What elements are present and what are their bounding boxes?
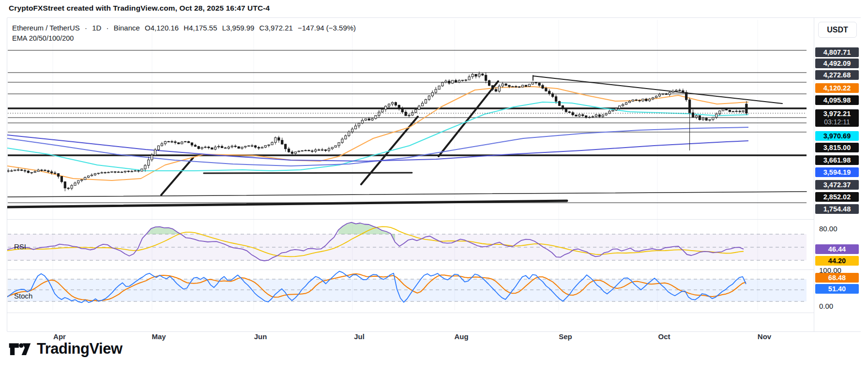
candle-body bbox=[365, 119, 366, 120]
candle-body bbox=[461, 80, 463, 81]
candle-body bbox=[401, 109, 403, 112]
rsi-pane-label[interactable]: RSI bbox=[14, 242, 26, 251]
candle-body bbox=[294, 152, 296, 153]
candle-body bbox=[595, 115, 597, 117]
candle-body bbox=[598, 115, 600, 117]
candle-body bbox=[622, 105, 624, 106]
candle-body bbox=[234, 146, 236, 147]
pane-separator-2[interactable] bbox=[7, 269, 861, 270]
candle-body bbox=[371, 119, 373, 120]
candle-body bbox=[465, 80, 467, 80]
candle-body bbox=[41, 170, 43, 170]
stoch-pane-label[interactable]: Stoch bbox=[14, 292, 32, 300]
main-pane bbox=[7, 50, 807, 207]
candle-body bbox=[702, 118, 704, 120]
candle-body bbox=[91, 175, 92, 176]
price-axis-label: 2,852.02 bbox=[815, 192, 859, 202]
candle-body bbox=[552, 94, 554, 97]
candle-body bbox=[328, 149, 330, 150]
candle-body bbox=[672, 91, 674, 92]
trendline bbox=[161, 158, 193, 195]
symbol-legend[interactable]: Ethereum / TetherUS · 1D · Binance O4,12… bbox=[12, 24, 359, 32]
candle-body bbox=[485, 75, 487, 80]
candle-body bbox=[695, 116, 697, 117]
candle-body bbox=[428, 96, 430, 99]
candle-body bbox=[77, 180, 79, 183]
candle-body bbox=[411, 112, 413, 115]
candle-body bbox=[74, 183, 76, 185]
candle-body bbox=[415, 109, 417, 112]
candle-body bbox=[154, 150, 156, 155]
candle-body bbox=[107, 172, 109, 173]
candle-body bbox=[635, 100, 637, 100]
candle-body bbox=[662, 94, 664, 94]
candle-body bbox=[732, 111, 734, 112]
candle-body bbox=[518, 87, 520, 87]
candle-body bbox=[14, 170, 16, 171]
candle-body bbox=[338, 143, 340, 146]
candle-body bbox=[184, 141, 186, 142]
candle-body bbox=[345, 136, 347, 139]
candle-body bbox=[97, 173, 99, 174]
candle-body bbox=[548, 91, 550, 93]
tradingview-logo-icon bbox=[9, 339, 31, 359]
candle-body bbox=[669, 92, 670, 94]
candle-body bbox=[472, 75, 473, 77]
candle-body bbox=[194, 145, 196, 147]
candle-body bbox=[508, 85, 510, 87]
candle-body bbox=[278, 138, 280, 140]
candle-body bbox=[104, 172, 106, 173]
candle-body bbox=[532, 82, 533, 84]
candle-body bbox=[244, 146, 246, 147]
candle-body bbox=[335, 146, 336, 147]
symbol-name[interactable]: Ethereum / TetherUS bbox=[12, 24, 80, 32]
price-axis[interactable]: USDT 4,807.714,492.094,272.684,120.224,0… bbox=[814, 18, 861, 331]
candle-body bbox=[468, 77, 470, 80]
interval[interactable]: 1D bbox=[92, 24, 101, 32]
candle-body bbox=[121, 172, 123, 172]
pane-separator-1[interactable] bbox=[7, 219, 861, 220]
candle-body bbox=[381, 109, 383, 112]
candle-body bbox=[30, 172, 32, 173]
candle-body bbox=[418, 106, 420, 109]
candle-body bbox=[535, 82, 537, 83]
candle-body bbox=[67, 188, 69, 189]
currency-toggle-button[interactable]: USDT bbox=[818, 22, 857, 38]
candle-body bbox=[44, 170, 46, 171]
chart-widget[interactable]: Ethereum / TetherUS · 1D · Binance O4,12… bbox=[7, 17, 861, 332]
ema-legend[interactable]: EMA 20/50/100/200 bbox=[12, 34, 74, 42]
exchange[interactable]: Binance bbox=[114, 24, 140, 32]
candle-body bbox=[649, 99, 651, 101]
candle-body bbox=[431, 92, 433, 96]
candle-body bbox=[208, 147, 210, 148]
candle-body bbox=[368, 119, 370, 120]
candle-body bbox=[111, 172, 113, 172]
candle-body bbox=[528, 84, 530, 87]
ohlc-low: L3,959.99 bbox=[222, 24, 255, 32]
price-axis-label: 4,272.68 bbox=[815, 70, 859, 80]
candle-body bbox=[144, 165, 146, 169]
candle-body bbox=[408, 115, 410, 116]
candle-body bbox=[568, 112, 570, 113]
candle-body bbox=[181, 142, 183, 144]
candle-body bbox=[305, 150, 306, 151]
tradingview-logo[interactable]: TradingView bbox=[9, 339, 122, 359]
candle-body bbox=[746, 104, 747, 113]
candle-body bbox=[137, 171, 139, 171]
time-axis-month-may: May bbox=[152, 332, 166, 341]
chart-canvas[interactable] bbox=[7, 18, 862, 331]
candle-body bbox=[255, 146, 257, 147]
candle-body bbox=[452, 80, 454, 83]
tradingview-screenshot: CryptoFXStreet created with TradingView.… bbox=[0, 0, 868, 374]
candle-body bbox=[488, 80, 490, 85]
candle-body bbox=[251, 146, 253, 146]
candle-body bbox=[716, 114, 717, 118]
stoch-axis-label: 51.40 bbox=[815, 284, 859, 294]
candle-body bbox=[475, 75, 477, 76]
candle-body bbox=[318, 150, 320, 150]
change: −147.94 (−3.59%) bbox=[298, 24, 356, 32]
candle-body bbox=[545, 88, 547, 91]
candle-body bbox=[361, 120, 363, 123]
candle-body bbox=[51, 172, 53, 173]
candle-body bbox=[331, 147, 333, 149]
